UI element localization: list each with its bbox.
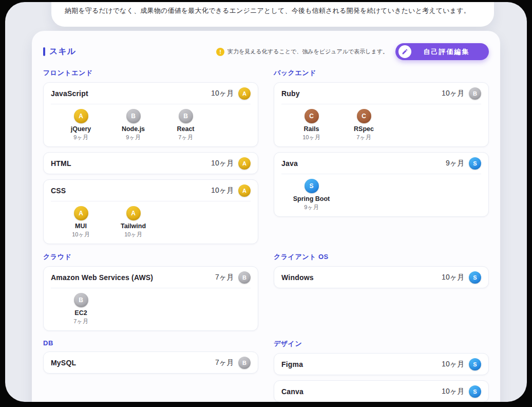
sub-skill-name: RSpec <box>354 125 374 133</box>
skill-row: Windows10ヶ月S <box>281 267 481 288</box>
skill-duration: 10ヶ月 <box>442 89 464 98</box>
skill-duration: 10ヶ月 <box>211 186 234 195</box>
rank-badge-s: S <box>305 179 319 193</box>
skill-category-label: フロントエンド <box>43 68 258 78</box>
sub-skill-name: React <box>177 125 194 133</box>
skill-row: HTML10ヶ月A <box>51 153 251 174</box>
rank-badge-b: B <box>179 109 193 123</box>
skill-name: Windows <box>281 273 314 282</box>
skill-rating: 10ヶ月S <box>442 385 481 398</box>
skill-category-label: DB <box>43 339 258 347</box>
skill-category-label: クラウド <box>43 252 258 262</box>
skill-card: Amazon Web Services (AWS)7ヶ月BBEC27ヶ月 <box>43 266 258 331</box>
skill-name: Amazon Web Services (AWS) <box>51 273 153 282</box>
skill-card-list: JavaScript10ヶ月AAjQuery9ヶ月BNode.js9ヶ月BRea… <box>43 82 258 244</box>
skill-duration: 7ヶ月 <box>215 358 234 367</box>
skill-name: JavaScript <box>51 89 88 98</box>
skill-duration: 10ヶ月 <box>211 89 234 98</box>
sub-skill-name: EC2 <box>74 309 87 317</box>
skill-category: デザインFigma10ヶ月SCanva10ヶ月S <box>274 339 489 402</box>
sub-skill: SSpring Boot9ヶ月 <box>287 179 336 211</box>
skill-name: Figma <box>281 360 303 368</box>
sub-skill-duration: 9ヶ月 <box>126 134 140 141</box>
skill-card: Canva10ヶ月S <box>274 380 489 402</box>
rank-badge-b: B <box>126 109 141 123</box>
rank-badge-a: A <box>238 184 251 197</box>
rank-badge-s: S <box>469 385 481 398</box>
skill-card: Windows10ヶ月S <box>274 266 489 288</box>
sub-skill-list: BEC27ヶ月 <box>51 288 251 330</box>
skill-row: Java9ヶ月S <box>281 153 481 174</box>
skill-category: バックエンドRuby10ヶ月BCRails10ヶ月CRSpec7ヶ月Java9ヶ… <box>274 68 489 244</box>
skill-row: JavaScript10ヶ月A <box>51 83 251 104</box>
skill-card: Ruby10ヶ月BCRails10ヶ月CRSpec7ヶ月 <box>274 82 489 147</box>
sub-skill: BNode.js9ヶ月 <box>108 109 158 141</box>
skill-category-label: クライアント OS <box>274 252 489 262</box>
app-window: 納期を守るだけでなく、成果物の価値を最大化できるエンジニアとして、今後も信頼され… <box>5 2 527 402</box>
self-evaluation-edit-button[interactable]: 自己評価編集 <box>395 43 489 60</box>
skill-name: Ruby <box>281 89 300 98</box>
exclamation-icon: ! <box>216 48 224 56</box>
rank-badge-c: C <box>357 109 371 123</box>
rank-badge-c: C <box>305 109 319 123</box>
skill-row: MySQL7ヶ月B <box>51 352 251 373</box>
rank-badge-a: A <box>126 206 141 220</box>
sub-skill: CRails10ヶ月 <box>287 109 336 141</box>
sub-skill-name: jQuery <box>71 125 91 133</box>
sub-skill-name: MUI <box>75 223 87 230</box>
skills-header-right: ! 実力を見える化することで、強みをビジュアルで表示します。 自己評価編集 <box>216 43 489 60</box>
sub-skill-name: Spring Boot <box>293 195 330 202</box>
rank-badge-b: B <box>238 271 251 284</box>
sub-skill-name: Tailwind <box>121 223 146 230</box>
skill-name: HTML <box>51 159 71 168</box>
skill-duration: 10ヶ月 <box>211 159 234 168</box>
note-text: 実力を見える化することで、強みをビジュアルで表示します。 <box>227 48 388 55</box>
skill-card: Java9ヶ月SSSpring Boot9ヶ月 <box>274 152 489 217</box>
rank-badge-a: A <box>74 109 88 123</box>
rank-badge-a: A <box>74 206 88 220</box>
pencil-icon <box>398 45 411 58</box>
skill-rating: 7ヶ月B <box>215 357 251 369</box>
sub-skill-name: Node.js <box>122 125 145 133</box>
skill-rating: 10ヶ月B <box>442 87 481 100</box>
skill-duration: 10ヶ月 <box>442 387 464 396</box>
page-background: { "intro": { "text": "納期を守るだけでなく、成果物の価値を… <box>0 0 532 407</box>
sub-skill-duration: 7ヶ月 <box>356 134 371 141</box>
sub-skill-list: AMUI10ヶ月ATailwind10ヶ月 <box>51 201 251 244</box>
skill-rating: 10ヶ月A <box>211 184 251 197</box>
skill-rating: 10ヶ月A <box>211 87 251 100</box>
skill-rating: 9ヶ月S <box>446 157 481 170</box>
sub-skill-list: SSpring Boot9ヶ月 <box>281 174 481 216</box>
skill-duration: 9ヶ月 <box>446 159 464 168</box>
sub-skill: BReact7ヶ月 <box>161 109 211 141</box>
skill-category-label: デザイン <box>274 339 489 348</box>
skill-duration: 10ヶ月 <box>442 273 464 282</box>
skill-card: MySQL7ヶ月B <box>43 351 258 374</box>
skill-name: Canva <box>281 387 303 396</box>
skill-duration: 7ヶ月 <box>215 273 234 282</box>
intro-text: 納期を守るだけでなく、成果物の価値を最大化できるエンジニアとして、今後も信頼され… <box>65 6 481 15</box>
sub-skill-duration: 10ヶ月 <box>124 231 142 238</box>
skill-row: Figma10ヶ月S <box>281 354 481 375</box>
sub-skill-duration: 9ヶ月 <box>304 203 318 211</box>
rank-badge-b: B <box>238 357 251 369</box>
skill-rating: 7ヶ月B <box>215 271 251 284</box>
skill-card-list: Amazon Web Services (AWS)7ヶ月BBEC27ヶ月 <box>43 266 258 331</box>
sub-skill: AjQuery9ヶ月 <box>56 109 106 141</box>
skills-section: スキル ! 実力を見える化することで、強みをビジュアルで表示します。 自己評価編… <box>32 31 500 402</box>
skill-groups-grid: フロントエンドJavaScript10ヶ月AAjQuery9ヶ月BNode.js… <box>43 68 489 402</box>
sub-skill-duration: 7ヶ月 <box>73 318 88 325</box>
skill-row: CSS10ヶ月A <box>51 180 251 201</box>
skill-row: Ruby10ヶ月B <box>281 83 481 104</box>
skill-card: CSS10ヶ月AAMUI10ヶ月ATailwind10ヶ月 <box>43 179 258 244</box>
intro-card: 納期を守るだけでなく、成果物の価値を最大化できるエンジニアとして、今後も信頼され… <box>51 2 494 27</box>
skill-rating: 10ヶ月S <box>442 358 481 371</box>
sub-skill-duration: 7ヶ月 <box>178 134 193 141</box>
skill-rating: 10ヶ月S <box>442 271 481 284</box>
sub-skill-list: AjQuery9ヶ月BNode.js9ヶ月BReact7ヶ月 <box>51 104 251 146</box>
skill-category: クラウドAmazon Web Services (AWS)7ヶ月BBEC27ヶ月 <box>43 252 258 331</box>
skill-card-list: Figma10ヶ月SCanva10ヶ月S <box>274 353 489 402</box>
skill-row: Canva10ヶ月S <box>281 381 481 402</box>
skill-card-list: MySQL7ヶ月B <box>43 351 258 374</box>
rank-badge-a: A <box>238 87 251 100</box>
